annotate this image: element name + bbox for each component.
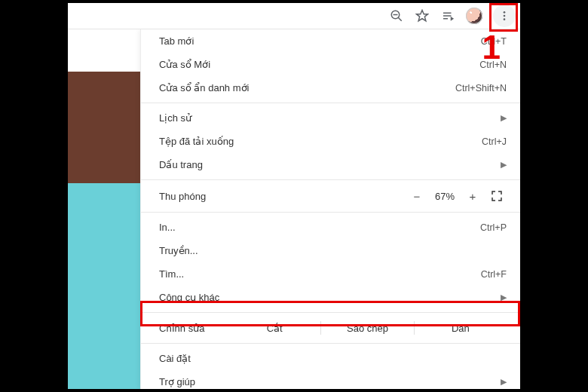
menu-label: In... xyxy=(159,222,480,233)
chrome-main-menu: Tab mới Ctrl+T Cửa sổ Mới Ctrl+N Cửa sổ … xyxy=(140,29,520,389)
menu-separator xyxy=(141,103,520,103)
menu-item-zoom: Thu phóng − 67% + xyxy=(141,183,520,209)
star-icon[interactable] xyxy=(415,8,430,23)
fullscreen-button[interactable] xyxy=(484,190,510,202)
svg-marker-3 xyxy=(417,11,428,21)
annotation-step-1: 1 xyxy=(482,31,501,64)
menu-item-edit: Chỉnh sửa Cắt Sao chép Dán xyxy=(141,316,520,340)
svg-point-9 xyxy=(504,18,506,20)
menu-item-print[interactable]: In... Ctrl+P xyxy=(141,216,520,239)
menu-shortcut: Ctrl+F xyxy=(481,269,507,280)
menu-label: Tệp đã tải xuống xyxy=(159,136,482,147)
menu-label: Cửa sổ ẩn danh mới xyxy=(159,82,455,93)
menu-item-new-tab[interactable]: Tab mới Ctrl+T xyxy=(141,29,520,53)
menu-label: Cửa sổ Mới xyxy=(159,59,479,70)
menu-item-bookmarks[interactable]: Dấu trang ▶ xyxy=(141,153,520,176)
menu-item-more-tools[interactable]: Công cụ khác ▶ xyxy=(141,286,520,309)
profile-avatar[interactable] xyxy=(466,8,482,24)
chevron-right-icon: ▶ xyxy=(501,160,507,170)
menu-item-incognito[interactable]: Cửa sổ ẩn danh mới Ctrl+Shift+N xyxy=(141,76,520,100)
kebab-menu-button[interactable] xyxy=(493,5,516,27)
menu-label: Chỉnh sửa xyxy=(159,323,228,334)
menu-label: Cài đặt xyxy=(159,353,507,364)
menu-shortcut: Ctrl+P xyxy=(480,222,507,233)
media-controls-icon[interactable] xyxy=(440,8,455,23)
menu-separator xyxy=(141,312,520,313)
chevron-right-icon: ▶ xyxy=(501,292,507,302)
browser-window: Tab mới Ctrl+T Cửa sổ Mới Ctrl+N Cửa sổ … xyxy=(68,3,520,389)
menu-separator xyxy=(141,343,520,344)
menu-item-new-window[interactable]: Cửa sổ Mới Ctrl+N xyxy=(141,53,520,76)
svg-point-7 xyxy=(504,11,506,14)
zoom-value: 67% xyxy=(428,191,461,202)
edit-copy-button[interactable]: Sao chép xyxy=(321,323,413,334)
chevron-right-icon: ▶ xyxy=(501,113,507,123)
menu-label: Tìm... xyxy=(159,268,481,280)
menu-label: Trợ giúp xyxy=(159,376,495,387)
edit-cut-button[interactable]: Cắt xyxy=(228,323,320,334)
menu-label: Truyền... xyxy=(159,245,507,256)
menu-label: Công cụ khác xyxy=(159,292,495,303)
browser-toolbar xyxy=(68,3,520,29)
chevron-right-icon: ▶ xyxy=(501,377,507,387)
menu-label: Tab mới xyxy=(159,35,481,47)
menu-shortcut: Ctrl+J xyxy=(482,136,507,147)
menu-label: Thu phóng xyxy=(159,191,406,202)
menu-item-help[interactable]: Trợ giúp ▶ xyxy=(141,370,520,389)
page-background-hint xyxy=(68,29,140,389)
menu-label: Lịch sử xyxy=(159,112,495,124)
svg-line-1 xyxy=(398,17,402,21)
edit-paste-button[interactable]: Dán xyxy=(415,323,507,334)
zoom-minus-button[interactable]: − xyxy=(406,190,428,203)
menu-item-downloads[interactable]: Tệp đã tải xuống Ctrl+J xyxy=(141,130,520,153)
zoom-plus-button[interactable]: + xyxy=(461,190,484,203)
menu-item-history[interactable]: Lịch sử ▶ xyxy=(141,106,520,130)
menu-separator xyxy=(141,212,520,213)
menu-item-settings[interactable]: Cài đặt xyxy=(141,347,520,370)
menu-item-find[interactable]: Tìm... Ctrl+F xyxy=(141,262,520,286)
menu-item-cast[interactable]: Truyền... xyxy=(141,239,520,262)
svg-point-8 xyxy=(504,15,506,17)
menu-label: Dấu trang xyxy=(159,159,495,170)
zoom-out-icon[interactable] xyxy=(389,8,404,23)
menu-separator xyxy=(141,179,520,180)
menu-shortcut: Ctrl+Shift+N xyxy=(455,83,507,93)
